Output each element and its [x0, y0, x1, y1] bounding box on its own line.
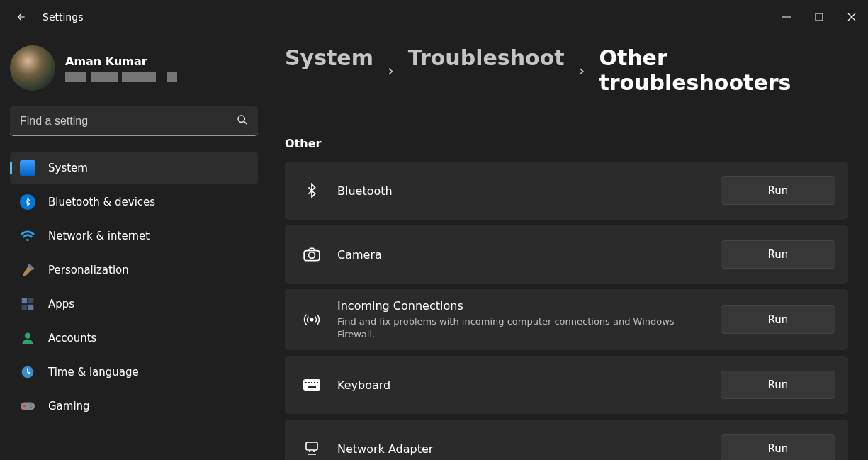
svg-rect-18	[305, 382, 307, 383]
troubleshooter-keyboard: Keyboard Run	[285, 356, 848, 414]
run-button[interactable]: Run	[721, 240, 835, 269]
gamepad-icon	[20, 398, 35, 414]
svg-rect-7	[28, 305, 34, 310]
chevron-right-icon: ›	[579, 62, 585, 79]
main-content: System › Troubleshoot › Other troublesho…	[268, 34, 868, 460]
search-input[interactable]	[10, 106, 258, 136]
paintbrush-icon	[20, 262, 35, 278]
window-title: Settings	[43, 11, 83, 23]
apps-icon	[20, 296, 35, 312]
run-button[interactable]: Run	[721, 305, 835, 334]
troubleshooter-title: Bluetooth	[337, 184, 705, 198]
svg-rect-24	[306, 442, 317, 450]
sidebar-item-label: Gaming	[48, 400, 90, 413]
sidebar-item-label: Time & language	[48, 366, 139, 378]
svg-point-2	[238, 116, 244, 122]
sidebar-nav: System Bluetooth & devices Network & int…	[10, 152, 258, 422]
sidebar-item-label: Personalization	[48, 264, 129, 276]
profile-block[interactable]: Aman Kumar	[10, 43, 258, 103]
sidebar-item-label: Network & internet	[48, 230, 150, 242]
close-button[interactable]	[835, 6, 868, 28]
sidebar: Aman Kumar System Bluetooth & devic	[0, 34, 268, 460]
troubleshooter-list: Bluetooth Run Camera Run Incoming Connec	[285, 162, 848, 460]
breadcrumb: System › Troubleshoot › Other troublesho…	[285, 45, 848, 108]
svg-rect-4	[22, 298, 28, 304]
chevron-right-icon: ›	[388, 62, 394, 79]
sidebar-item-time-language[interactable]: Time & language	[10, 356, 258, 388]
search-icon[interactable]	[237, 114, 248, 128]
troubleshooter-title: Keyboard	[337, 378, 705, 392]
svg-point-3	[26, 239, 29, 242]
run-button[interactable]: Run	[721, 434, 835, 460]
troubleshooter-incoming-connections: Incoming Connections Find and fix proble…	[285, 289, 848, 350]
keyboard-icon	[302, 375, 322, 395]
breadcrumb-current: Other troubleshooters	[599, 45, 848, 95]
sidebar-item-gaming[interactable]: Gaming	[10, 390, 258, 422]
antenna-icon	[302, 310, 322, 330]
sidebar-item-label: Accounts	[48, 332, 96, 344]
sidebar-item-accounts[interactable]: Accounts	[10, 322, 258, 354]
troubleshooter-desc: Find and fix problems with incoming comp…	[337, 315, 705, 340]
clock-icon	[20, 364, 35, 380]
svg-rect-21	[314, 382, 315, 383]
troubleshooter-network-adapter: Network Adapter Run	[285, 420, 848, 460]
wifi-icon	[20, 228, 35, 244]
window-controls	[770, 6, 868, 28]
svg-rect-23	[308, 386, 316, 388]
svg-rect-19	[308, 382, 310, 383]
svg-point-16	[310, 318, 313, 321]
person-icon	[20, 330, 35, 346]
display-icon	[20, 160, 35, 176]
svg-rect-0	[782, 17, 791, 18]
minimize-button[interactable]	[770, 6, 803, 28]
profile-name: Aman Kumar	[65, 55, 177, 68]
sidebar-item-apps[interactable]: Apps	[10, 288, 258, 320]
svg-rect-5	[28, 298, 34, 304]
profile-email-redacted	[65, 72, 177, 82]
troubleshooter-camera: Camera Run	[285, 225, 848, 284]
troubleshooter-title: Camera	[337, 248, 705, 262]
sidebar-item-bluetooth-devices[interactable]: Bluetooth & devices	[10, 186, 258, 218]
svg-point-13	[30, 406, 32, 408]
sidebar-item-system[interactable]: System	[10, 152, 258, 184]
run-button[interactable]: Run	[721, 371, 835, 399]
svg-rect-1	[816, 13, 823, 21]
svg-point-15	[309, 252, 315, 259]
run-button[interactable]: Run	[721, 176, 835, 205]
svg-rect-17	[303, 379, 320, 391]
svg-rect-6	[22, 305, 28, 310]
svg-rect-22	[317, 382, 318, 383]
camera-icon	[302, 245, 322, 264]
sidebar-item-label: Apps	[48, 298, 74, 310]
network-adapter-icon	[302, 439, 322, 459]
svg-rect-10	[21, 403, 35, 410]
back-button[interactable]	[10, 6, 33, 28]
troubleshooter-title: Incoming Connections	[337, 299, 705, 313]
maximize-button[interactable]	[803, 6, 835, 28]
troubleshooter-title: Network Adapter	[337, 442, 705, 456]
troubleshooter-bluetooth: Bluetooth Run	[285, 162, 848, 220]
titlebar: Settings	[0, 0, 868, 34]
svg-point-12	[30, 404, 32, 406]
sidebar-item-label: Bluetooth & devices	[48, 196, 155, 208]
sidebar-item-label: System	[48, 162, 88, 174]
section-heading-other: Other	[285, 137, 848, 150]
svg-rect-20	[311, 382, 312, 383]
bluetooth-outline-icon	[302, 181, 322, 201]
sidebar-item-personalization[interactable]: Personalization	[10, 254, 258, 286]
svg-point-11	[23, 405, 26, 408]
avatar	[10, 45, 55, 91]
breadcrumb-system[interactable]: System	[285, 45, 373, 70]
breadcrumb-troubleshoot[interactable]: Troubleshoot	[408, 45, 565, 70]
svg-point-8	[25, 333, 30, 339]
bluetooth-icon	[20, 194, 35, 210]
sidebar-item-network-internet[interactable]: Network & internet	[10, 220, 258, 252]
